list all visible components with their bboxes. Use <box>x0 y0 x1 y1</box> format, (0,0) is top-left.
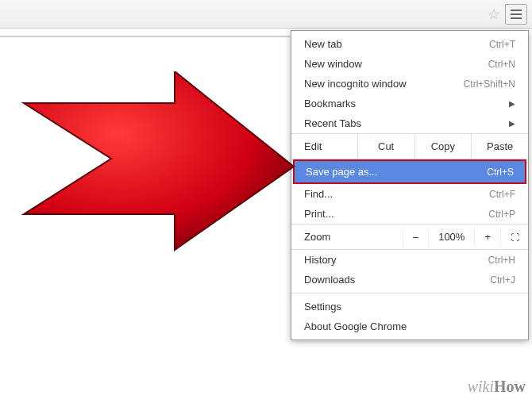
chevron-right-icon: ▶ <box>509 119 515 128</box>
menu-shortcut: Ctrl+S <box>487 167 514 178</box>
chrome-main-menu: New tab Ctrl+T New window Ctrl+N New inc… <box>291 30 529 340</box>
menu-edit-row: Edit Cut Copy Paste <box>291 133 528 159</box>
menu-cut[interactable]: Cut <box>358 134 415 159</box>
menu-shortcut: Ctrl+F <box>489 189 515 200</box>
menu-recent-tabs[interactable]: Recent Tabs ▶ <box>291 113 528 133</box>
menu-print[interactable]: Print... Ctrl+P <box>291 204 528 224</box>
zoom-value: 100% <box>428 228 474 246</box>
menu-zoom-row: Zoom – 100% + ⛶ <box>291 224 528 250</box>
menu-shortcut: Ctrl+H <box>488 255 515 266</box>
menu-incognito[interactable]: New incognito window Ctrl+Shift+N <box>291 74 528 94</box>
menu-save-page-as[interactable]: Save page as... Ctrl+S <box>293 159 526 184</box>
menu-shortcut: Ctrl+T <box>489 39 515 50</box>
menu-shortcut: Ctrl+P <box>488 209 515 220</box>
bookmark-star-icon[interactable]: ☆ <box>488 6 500 23</box>
menu-shortcut: Ctrl+N <box>488 59 515 70</box>
menu-settings[interactable]: Settings <box>291 297 528 317</box>
menu-new-window[interactable]: New window Ctrl+N <box>291 54 528 74</box>
menu-zoom-label: Zoom <box>291 231 403 243</box>
menu-label: Recent Tabs <box>304 117 361 129</box>
watermark-wiki: wiki <box>468 378 494 395</box>
menu-label: New tab <box>304 38 342 50</box>
menu-label: Downloads <box>304 274 355 286</box>
menu-label: Settings <box>304 301 341 313</box>
watermark-how: How <box>494 378 526 395</box>
fullscreen-icon[interactable]: ⛶ <box>500 229 528 245</box>
zoom-out-button[interactable]: – <box>403 228 428 246</box>
wikihow-watermark: wikiHow <box>468 378 526 396</box>
menu-label: Bookmarks <box>304 98 356 109</box>
chevron-right-icon: ▶ <box>509 99 515 108</box>
menu-about[interactable]: About Google Chrome <box>291 317 528 336</box>
menu-shortcut: Ctrl+J <box>490 274 515 286</box>
red-arrow-annotation <box>8 71 302 254</box>
page-divider <box>0 36 290 37</box>
menu-label: About Google Chrome <box>304 320 407 332</box>
menu-find[interactable]: Find... Ctrl+F <box>291 184 528 204</box>
menu-shortcut: Ctrl+Shift+N <box>464 79 515 90</box>
menu-label: History <box>304 254 336 266</box>
menu-edit-label: Edit <box>291 134 358 159</box>
chrome-menu-button[interactable] <box>505 4 527 25</box>
menu-label: New window <box>304 58 362 70</box>
menu-label: Save page as... <box>306 166 377 178</box>
menu-new-tab[interactable]: New tab Ctrl+T <box>291 34 528 54</box>
menu-history[interactable]: History Ctrl+H <box>291 250 528 270</box>
menu-copy[interactable]: Copy <box>415 134 472 159</box>
browser-toolbar: ☆ <box>0 0 532 29</box>
menu-label: New incognito window <box>304 78 407 90</box>
menu-label: Find... <box>304 188 333 200</box>
menu-separator <box>291 293 528 293</box>
menu-bookmarks[interactable]: Bookmarks ▶ <box>291 94 528 113</box>
menu-label: Print... <box>304 208 334 220</box>
zoom-in-button[interactable]: + <box>474 228 500 246</box>
menu-downloads[interactable]: Downloads Ctrl+J <box>291 270 528 290</box>
menu-paste[interactable]: Paste <box>472 134 528 159</box>
